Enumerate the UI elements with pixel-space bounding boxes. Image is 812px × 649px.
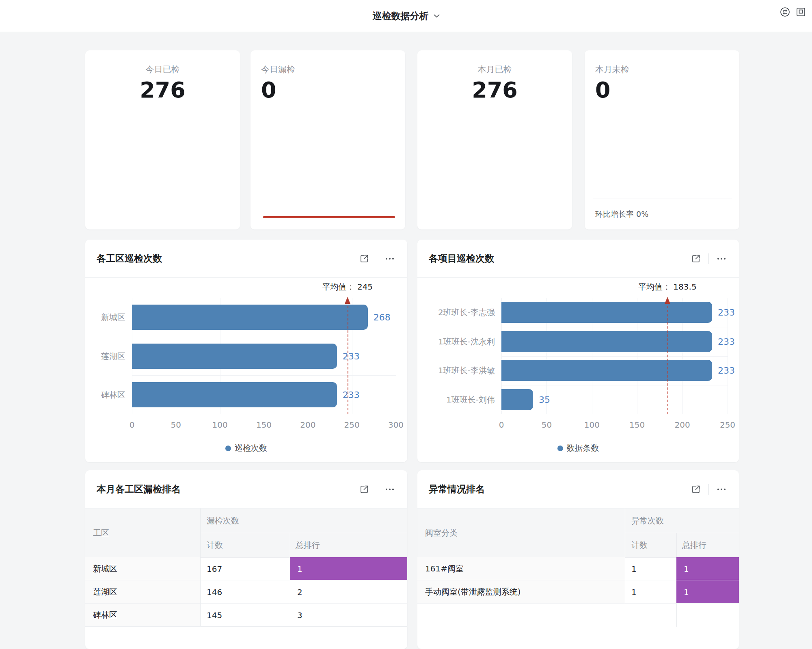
category-label: 1班班长-刘伟 [446, 394, 495, 405]
legend-label: 数据条数 [567, 443, 599, 454]
stat-label: 今日已检 [85, 64, 240, 75]
axis-tick-label: 0 [130, 420, 135, 430]
bar-新城区 [132, 305, 368, 330]
legend-marker [557, 446, 563, 451]
cell-name: 新城区 [93, 557, 117, 580]
chart-title: 各工区巡检次数 [97, 252, 162, 265]
swap-refresh-icon[interactable] [780, 6, 790, 17]
cell-name: 莲湖区 [93, 580, 117, 604]
export-icon[interactable] [359, 253, 369, 264]
average-line-arrow [345, 297, 350, 304]
table-row: 碑林区1453 [85, 604, 407, 627]
average-annotation: 平均值： 183.5 [638, 281, 697, 292]
export-icon[interactable] [691, 253, 701, 264]
bar-1班班长-刘伟 [501, 389, 533, 410]
stat-value: 276 [85, 78, 240, 103]
stat-value: 276 [417, 78, 572, 103]
divider [708, 253, 709, 264]
table-title: 异常情况排名 [429, 483, 485, 495]
gridline [501, 298, 728, 298]
window-icon[interactable] [795, 6, 806, 17]
legend-label: 巡检次数 [235, 443, 267, 454]
divider [708, 484, 709, 495]
column-header-rank: 总排行 [296, 533, 320, 557]
panel-header: 各工区巡检次数 [85, 240, 407, 278]
gridline [132, 414, 396, 414]
chart-legend[interactable]: 数据条数 [417, 443, 739, 454]
more-options-icon[interactable] [384, 484, 395, 495]
stat-card-today-missed: 今日漏检 0 [251, 50, 405, 229]
gridline [501, 385, 728, 385]
divider [625, 533, 739, 533]
table-title: 本月各工区漏检排名 [97, 483, 181, 495]
rank-highlight-cell [290, 557, 407, 580]
bar-1班班长-李洪敏 [501, 360, 712, 381]
category-label: 新城区 [101, 312, 125, 322]
average-line [667, 298, 668, 414]
category-label: 1班班长-沈永利 [438, 336, 495, 347]
export-icon[interactable] [359, 484, 369, 495]
cell-name: 手动阀室(带泄露监测系统) [425, 580, 521, 604]
divider [377, 484, 377, 495]
page-title: 巡检数据分析 [373, 10, 429, 22]
header-actions [780, 0, 806, 24]
cell-count: 1 [631, 557, 637, 580]
chart-legend[interactable]: 巡检次数 [85, 443, 407, 454]
gridline [396, 298, 396, 414]
panel-header: 各项目巡检次数 [417, 240, 739, 278]
table-card-anomaly-ranking: 异常情况排名 阀室分类 异常次数 计数 总排行 161#阀室11手动阀室(带泄露… [417, 470, 739, 649]
axis-tick-label: 150 [629, 420, 645, 430]
bar-value-label: 233 [343, 351, 360, 361]
column-header: 工区 [93, 508, 109, 557]
bar-value-label: 268 [374, 312, 391, 322]
axis-tick-label: 150 [256, 420, 272, 430]
average-line [348, 298, 348, 414]
axis-tick-label: 300 [388, 420, 404, 430]
panel-tools [691, 253, 727, 264]
panel-tools [691, 484, 727, 495]
axis-tick-label: 50 [542, 420, 552, 430]
column-header-count: 计数 [207, 533, 223, 557]
gridline [501, 356, 728, 357]
stat-label: 本月未检 [585, 64, 739, 75]
axis-tick-label: 100 [584, 420, 600, 430]
cell-rank: 1 [297, 557, 302, 580]
axis-tick-label: 100 [212, 420, 228, 430]
axis-tick-label: 200 [300, 420, 315, 430]
cell-rank: 3 [297, 604, 302, 627]
divider [200, 533, 407, 533]
bar-value-label: 233 [718, 336, 735, 346]
divider [593, 199, 732, 199]
column-header-rank: 总排行 [682, 533, 706, 557]
column-header-count: 计数 [631, 533, 648, 557]
table-row: 莲湖区1462 [85, 580, 407, 604]
chart-card-project-inspections: 各项目巡检次数 平均值： 183.5 0501001502002502332班班… [417, 240, 739, 462]
growth-rate-text: 环比增长率 0% [595, 209, 648, 220]
panel-header: 异常情况排名 [417, 470, 739, 508]
cell-rank: 2 [297, 580, 302, 604]
export-icon[interactable] [691, 484, 701, 495]
more-options-icon[interactable] [716, 484, 727, 495]
average-annotation: 平均值： 245 [322, 281, 373, 292]
cell-count: 167 [207, 557, 222, 580]
table-row: 手动阀室(带泄露监测系统)11 [417, 580, 739, 604]
page-title-dropdown[interactable]: 巡检数据分析 [0, 0, 812, 32]
category-label: 1班班长-李洪敏 [438, 365, 495, 376]
stat-card-today-inspected: 今日已检 276 [85, 50, 240, 229]
gridline [501, 414, 728, 414]
axis-tick-label: 200 [675, 420, 690, 430]
column-header: 阀室分类 [425, 508, 458, 557]
gridline [132, 337, 396, 337]
stat-card-month-inspected: 本月已检 276 [417, 50, 572, 229]
more-options-icon[interactable] [716, 253, 727, 264]
bar-2班班长-李志强 [501, 302, 712, 323]
bar-chart-plot: 平均值： 245 050100150200250300268新城区233莲湖区2… [132, 298, 396, 414]
more-options-icon[interactable] [384, 253, 395, 264]
cell-rank: 1 [684, 580, 689, 604]
average-line-arrow [665, 297, 670, 304]
axis-tick-label: 250 [720, 420, 735, 430]
table-row: 新城区1671 [85, 557, 407, 580]
axis-tick-label: 250 [344, 420, 360, 430]
chart-card-workzone-inspections: 各工区巡检次数 平均值： 245 050100150200250300268新城… [85, 240, 407, 462]
cell-count: 146 [207, 580, 222, 604]
